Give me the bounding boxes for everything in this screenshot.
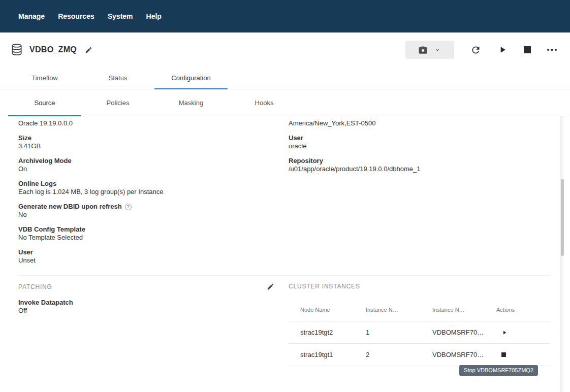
table-header-row: Node Name Instance N… Instance N… Action…: [289, 298, 550, 321]
field-vdb-config-template: VDB Config Template No Template Selected: [18, 225, 289, 242]
scrollbar-track[interactable]: [560, 116, 563, 392]
page-header: VDBO_ZMQ: [0, 32, 570, 67]
field-user-left: User Unset: [18, 248, 289, 265]
stop-instance-button[interactable]: [501, 352, 506, 357]
field-archivelog-mode: Archivelog Mode On: [18, 157, 289, 173]
stop-icon: [524, 46, 531, 53]
subtab-hooks[interactable]: Hooks: [228, 89, 301, 116]
configuration-source-panel: Oracle 19.19.0.0.0 Size 3.41GB Archivelo…: [0, 116, 570, 392]
header-title-group: VDBO_ZMQ: [10, 43, 405, 56]
col-instance-name: Instance N…: [432, 307, 496, 313]
edit-name-icon[interactable]: [85, 46, 92, 54]
more-actions-button[interactable]: [547, 49, 557, 51]
subtab-source[interactable]: Source: [8, 89, 81, 116]
patching-title: PATCHING: [18, 283, 52, 290]
tab-status[interactable]: Status: [81, 67, 154, 89]
edit-patching-icon[interactable]: [267, 283, 274, 290]
camera-icon[interactable]: [418, 45, 428, 55]
nav-item-manage[interactable]: Manage: [18, 12, 45, 20]
nav-item-resources[interactable]: Resources: [58, 12, 94, 20]
more-icon: [547, 49, 557, 51]
database-icon: [10, 43, 23, 56]
patching-section: PATCHING Invoke Datapatch Off: [18, 283, 289, 366]
refresh-button[interactable]: [470, 45, 481, 55]
table-row: strac19tgt1 2 VDBOMSRF70…: [289, 344, 550, 366]
start-button[interactable]: [497, 45, 508, 55]
nav-item-help[interactable]: Help: [146, 12, 162, 20]
field-repository: Repository /u01/app/oracle/product/19.19…: [289, 157, 550, 173]
source-right-column: America/New_York,EST-0500 User oracle Re…: [289, 119, 550, 271]
nav-item-system[interactable]: System: [108, 12, 133, 20]
tab-configuration[interactable]: Configuration: [154, 67, 228, 89]
subtab-policies[interactable]: Policies: [81, 89, 154, 116]
col-actions: Actions: [496, 307, 550, 313]
col-instance-number: Instance N…: [366, 307, 432, 313]
field-timezone: America/New_York,EST-0500: [289, 119, 550, 127]
page-title: VDBO_ZMQ: [29, 45, 77, 54]
scrollbar-thumb[interactable]: [561, 179, 564, 256]
cluster-instances-table: Node Name Instance N… Instance N… Action…: [289, 298, 550, 366]
source-left-column: Oracle 19.19.0.0.0 Size 3.41GB Archivelo…: [18, 119, 289, 271]
field-database-version: Oracle 19.19.0.0.0: [18, 119, 289, 127]
secondary-tab-bar: Source Policies Masking Hooks: [0, 89, 570, 116]
top-navigation: Manage Resources System Help: [0, 0, 570, 32]
col-node-name: Node Name: [300, 307, 366, 313]
chevron-down-icon[interactable]: [434, 46, 441, 53]
primary-tab-bar: Timeflow Status Configuration: [0, 67, 570, 89]
cluster-instances-title: CLUSTER INSTANCES: [289, 283, 360, 290]
field-invoke-datapatch: Invoke Datapatch Off: [18, 299, 274, 315]
field-generate-new-dbid: Generate new DBID upon refresh? No: [18, 203, 289, 219]
tooltip: Stop VDBOMSRF705ZMQ2: [459, 365, 538, 376]
subtab-masking[interactable]: Masking: [154, 89, 228, 116]
field-online-logs: Online Logs Each log is 1,024 MB, 3 log …: [18, 180, 289, 196]
snapshot-button-group[interactable]: [405, 41, 454, 59]
field-user-right: User oracle: [289, 134, 550, 150]
table-row: strac19tgt2 1 VDBOMSRF70…: [289, 321, 550, 344]
field-size: Size 3.41GB: [18, 134, 289, 150]
tab-timeflow[interactable]: Timeflow: [8, 67, 81, 89]
cluster-instances-section: CLUSTER INSTANCES Node Name Instance N… …: [289, 283, 550, 366]
start-instance-button[interactable]: [501, 330, 508, 336]
stop-button[interactable]: [524, 46, 531, 53]
header-actions: [405, 41, 557, 59]
help-icon[interactable]: ?: [125, 204, 132, 210]
